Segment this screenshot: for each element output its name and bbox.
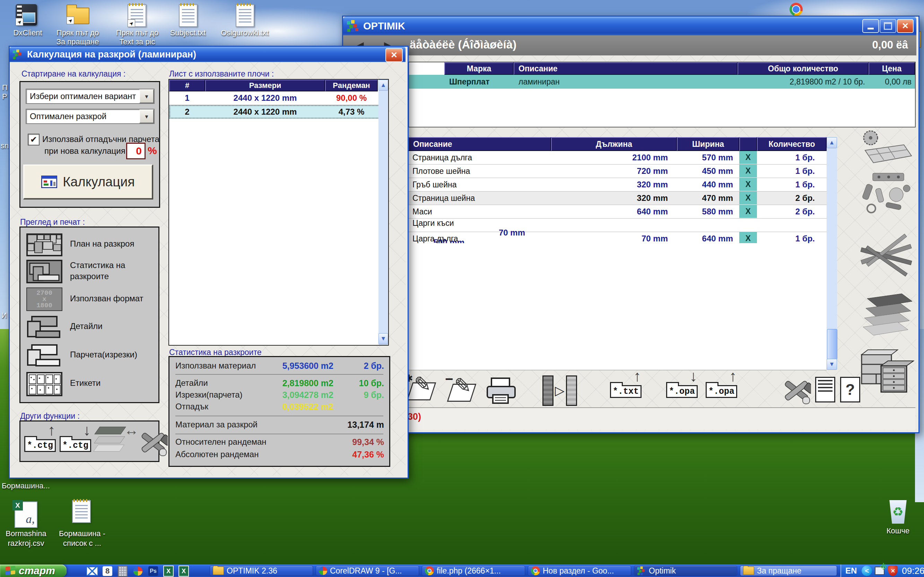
mode-combobox[interactable]: Оптимален разкрой ▼: [26, 109, 155, 124]
quicklaunch-excel-icon[interactable]: X: [162, 566, 174, 576]
quicklaunch-google-icon[interactable]: 8: [101, 566, 114, 576]
start-button[interactable]: старт: [0, 564, 66, 577]
desktop-icon-osigurowki[interactable]: [236, 4, 254, 27]
scroll-down-button[interactable]: ▼: [378, 333, 388, 344]
taskbar-button-optimik236[interactable]: OPTIMIK 2.36: [210, 566, 313, 576]
quicklaunch-outlook-icon[interactable]: [86, 566, 99, 576]
tray-clock[interactable]: 09:26: [902, 566, 924, 576]
chevron-down-icon[interactable]: ▼: [139, 89, 154, 103]
delete-x-button[interactable]: X: [739, 164, 757, 178]
sheet-row-selected[interactable]: 2 2440 x 1220 mm 4,73 %: [169, 105, 388, 119]
desktop-icon-label: DxClient: [3, 28, 52, 37]
use-waste-checkbox[interactable]: ✔: [28, 134, 39, 145]
minimize-button[interactable]: [862, 19, 879, 33]
labels-icon[interactable]: [26, 372, 62, 396]
chrome-icon[interactable]: [790, 3, 803, 16]
calc-dialog-title-bar[interactable]: Калкулация на разкрой (ламиниран): [10, 47, 405, 62]
sheets-scrollbar[interactable]: [378, 80, 388, 345]
stat-area: 5,953600 m2: [283, 361, 333, 371]
tray-security-alert-icon[interactable]: ✕: [888, 566, 898, 576]
delete-x-button[interactable]: X: [739, 151, 757, 164]
details-icon[interactable]: [26, 316, 62, 339]
import-opa-button[interactable]: *.opa ↓: [666, 385, 698, 398]
cell-length: 720 mm: [551, 164, 677, 178]
edit-cutting-icon[interactable]: ✎ −: [445, 376, 480, 405]
cutting-plan-icon[interactable]: [26, 234, 62, 256]
optimik-logo-icon: [13, 49, 23, 60]
scroll-thumb[interactable]: [827, 329, 837, 359]
calculate-button[interactable]: Калкулация: [23, 164, 153, 199]
desktop-icon-folder-shortcut[interactable]: ➤: [66, 8, 89, 24]
tray-network-icon[interactable]: ))): [875, 567, 885, 575]
maximize-button[interactable]: [880, 19, 896, 33]
language-indicator[interactable]: EN: [845, 566, 857, 575]
export-opa-button[interactable]: *.opa ↑: [706, 385, 737, 398]
scroll-up-button[interactable]: ▲: [827, 137, 837, 148]
taskbar-button-zaprashtane[interactable]: За пращане: [740, 566, 837, 576]
desktop-icon-dxclient[interactable]: ➤: [16, 4, 39, 26]
tray-messenger-icon[interactable]: <: [862, 566, 872, 576]
stat-row-details: Детайли 2,819800 m2 10 бр.: [175, 378, 385, 389]
settings-tools-icon[interactable]: [782, 376, 811, 405]
print-icon[interactable]: [485, 376, 518, 405]
delete-x-button[interactable]: X: [739, 205, 757, 218]
pieces-icon[interactable]: [26, 344, 62, 367]
quicklaunch-corel-icon[interactable]: [132, 566, 144, 576]
materials-row[interactable]: Шперплат ламиниран 2,819800 m2 / 10 бр. …: [409, 75, 915, 89]
cell-quantity: 2 бр.: [757, 192, 827, 205]
desktop-icon-csv[interactable]: X a,: [15, 501, 37, 528]
cutting-stats-icon[interactable]: [26, 260, 62, 283]
import-ctg-button[interactable]: *.ctg ↓: [60, 439, 91, 452]
arrow-down-icon: ↓: [82, 424, 92, 438]
table-row[interactable]: Царги къси 70 mm 500 mm X 2 бр.: [408, 219, 827, 232]
cell-length: 320 mm: [551, 178, 677, 191]
preview-item-label: Парчета(изрезки): [70, 350, 137, 359]
cell-length: 2100 mm: [551, 151, 677, 164]
doc-lines: [818, 380, 832, 394]
cell-description: Страница шейна: [408, 192, 551, 205]
sheet-row[interactable]: 1 2440 x 1220 mm 90,00 %: [169, 92, 388, 105]
stat-row-pieces: Изрезки(парчета) 3,094278 m2 9 бр.: [175, 390, 385, 401]
other-section-label: Други функции :: [20, 411, 80, 421]
taskbar-button-coreldraw[interactable]: CorelDRAW 9 - [G...: [316, 566, 419, 576]
optimik-title-bar[interactable]: OPTIMIK: [343, 17, 916, 35]
export-ctg-button[interactable]: *.ctg ↑: [24, 439, 56, 452]
scroll-up-button[interactable]: ▲: [378, 80, 388, 91]
delete-x-button[interactable]: X: [739, 178, 757, 191]
checkbox-label-line2: при нова калкулация: [44, 146, 126, 156]
chevron-down-icon[interactable]: ▼: [139, 110, 154, 123]
quicklaunch-calculator-icon[interactable]: [116, 566, 129, 576]
cell-description: Царги къси: [408, 219, 551, 228]
stat-count: 10 бр.: [359, 378, 384, 388]
variant-combobox[interactable]: Избери оптимален вариант ▼: [26, 89, 155, 104]
scroll-down-button[interactable]: ▼: [827, 359, 837, 370]
table-row[interactable]: Плотове шейна 720 mm 450 mm X 1 бр.: [408, 164, 827, 178]
layers-swap-icon[interactable]: ↔: [96, 425, 137, 458]
desktop-icon-bormashina-list[interactable]: [72, 500, 91, 523]
table-row[interactable]: Маси 640 mm 580 mm X 2 бр.: [408, 205, 827, 219]
dialog-close-button[interactable]: ✕: [385, 48, 403, 62]
table-row[interactable]: Гръб шейна 320 mm 440 mm X 1 бр.: [408, 178, 827, 192]
export-txt-button[interactable]: *.txt ↑: [610, 385, 641, 398]
close-button[interactable]: ✕: [897, 19, 914, 33]
panels-compare-icon[interactable]: ▷: [543, 375, 584, 406]
taskbar-button-optimik[interactable]: Optimik: [634, 566, 737, 576]
recycle-bin-icon[interactable]: ♻: [887, 500, 909, 524]
desktop-icon-subject[interactable]: [179, 4, 197, 27]
quicklaunch-photoshop-icon[interactable]: Ps: [147, 566, 160, 576]
quicklaunch-excel-icon[interactable]: X: [178, 566, 190, 576]
help-document-icon[interactable]: ?: [840, 377, 860, 403]
taskbar-button-filephp[interactable]: file.php (2666×1...: [422, 566, 525, 576]
table-row-selected[interactable]: Страница шейна 320 mm 470 mm X 2 бр.: [408, 192, 827, 205]
new-cutting-icon[interactable]: ✎ ✱: [405, 375, 439, 404]
optimik-logo-icon: [347, 20, 359, 32]
waste-percent-input[interactable]: 0: [126, 143, 145, 159]
opa-caption: *.opa: [669, 387, 695, 396]
table-row[interactable]: Страница дълга 2100 mm 570 mm X 1 бр.: [408, 151, 827, 164]
taskbar-button-newtab[interactable]: Нов раздел - Goo...: [528, 566, 631, 576]
tools-icon[interactable]: [139, 428, 168, 457]
desktop-icon-text-shortcut[interactable]: ➤: [128, 4, 146, 27]
used-format-icon[interactable]: 2700 x 1800: [26, 287, 62, 311]
delete-x-button[interactable]: X: [739, 192, 757, 205]
report-document-icon[interactable]: [815, 377, 835, 403]
